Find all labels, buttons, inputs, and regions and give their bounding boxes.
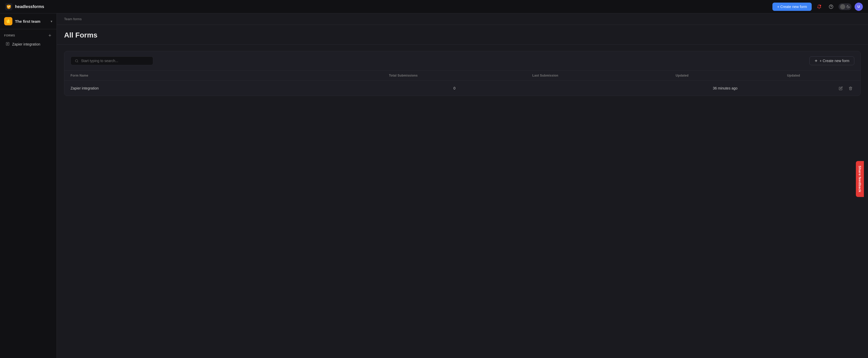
col-header-updated-1: Updated [669, 71, 781, 81]
forms-container: + Create new form Form Name Total Submis… [57, 45, 868, 358]
topnav-right: + Create new form U [772, 2, 863, 11]
app-name: headlessforms [15, 4, 44, 9]
col-header-form-name: Form Name [64, 71, 383, 81]
create-btn-label: + Create new form [819, 59, 849, 63]
team-selector[interactable]: 🌟 The first team ▾ [0, 13, 57, 29]
sidebar-item-zapier-integration[interactable]: Zapier integration [2, 40, 55, 49]
bell-icon [817, 4, 822, 9]
delete-form-button[interactable] [846, 84, 854, 92]
create-new-form-button-topnav[interactable]: + Create new form [772, 3, 812, 11]
topnav: headlessforms + Create new form U [0, 0, 868, 13]
forms-section-header: Forms [0, 29, 57, 39]
forms-table: Form Name Total Submissions Last Submiss… [64, 71, 861, 96]
table-body: Zapier integration 0 36 minutes ago [64, 81, 861, 96]
chevron-down-icon: ▾ [51, 19, 53, 23]
last-submission-cell [526, 81, 670, 96]
svg-point-1 [820, 5, 821, 6]
feedback-tab[interactable]: Share feedback [856, 161, 864, 197]
search-icon [75, 59, 79, 63]
page-title: All Forms [64, 31, 861, 39]
edit-icon [839, 86, 843, 90]
total-submissions-cell: 0 [383, 81, 526, 96]
sidebar: 🌟 The first team ▾ Forms Zapier integrat… [0, 13, 57, 358]
search-box [70, 56, 153, 65]
updated-cell: 36 minutes ago [669, 81, 781, 96]
notifications-button[interactable] [815, 2, 824, 11]
moon-icon [846, 5, 850, 8]
breadcrumb: Team forms [57, 13, 868, 25]
add-form-button[interactable] [47, 33, 53, 38]
form-icon [6, 42, 9, 47]
app-logo-icon [5, 3, 12, 10]
forms-card: + Create new form Form Name Total Submis… [64, 51, 861, 96]
trash-icon [848, 86, 852, 90]
search-create-row: + Create new form [64, 51, 861, 71]
question-icon [829, 4, 833, 9]
topnav-left: headlessforms [5, 3, 44, 10]
table-row: Zapier integration 0 36 minutes ago [64, 81, 861, 96]
team-icon: 🌟 [4, 17, 12, 25]
theme-toggle[interactable] [839, 3, 851, 10]
row-actions [787, 84, 854, 92]
actions-cell [781, 81, 861, 96]
form-name-cell: Zapier integration [64, 81, 383, 96]
table-header: Form Name Total Submissions Last Submiss… [64, 71, 861, 81]
col-header-updated-2: Updated [781, 71, 861, 81]
team-name: The first team [15, 19, 48, 24]
page-title-section: All Forms [57, 25, 868, 45]
edit-form-button[interactable] [837, 84, 844, 92]
search-input[interactable] [81, 59, 149, 63]
help-button[interactable] [827, 2, 835, 11]
content-area: Team forms All Forms [57, 13, 868, 358]
plus-icon [48, 34, 52, 37]
user-avatar[interactable]: U [855, 3, 863, 11]
sidebar-item-label: Zapier integration [12, 42, 40, 46]
col-header-last-submission: Last Submission [526, 71, 670, 81]
create-new-form-button-table[interactable]: + Create new form [809, 56, 854, 65]
plus-icon [814, 59, 818, 63]
toggle-dot [840, 4, 845, 9]
col-header-total-submissions: Total Submissions [383, 71, 526, 81]
forms-section-label: Forms [4, 34, 15, 37]
svg-line-11 [78, 61, 78, 62]
main-layout: 🌟 The first team ▾ Forms Zapier integrat… [0, 13, 868, 358]
